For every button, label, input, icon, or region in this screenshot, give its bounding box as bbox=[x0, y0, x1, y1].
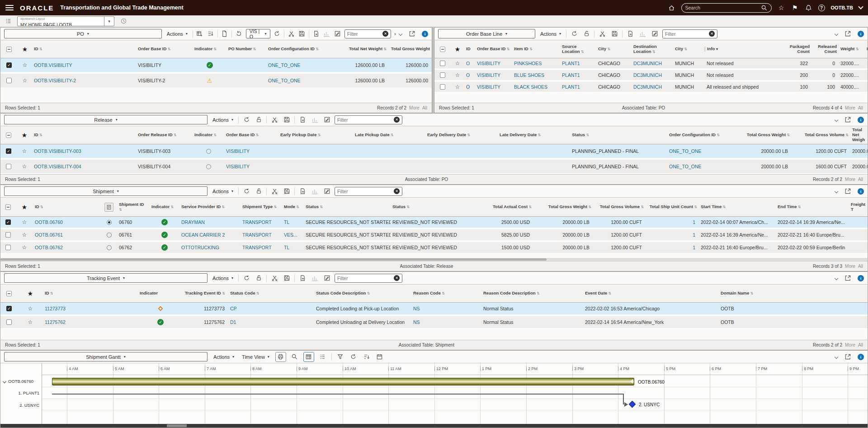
tracking-event-id-link[interactable]: 11273773 bbox=[43, 306, 138, 311]
shipment-type-link[interactable]: TRANSPORT bbox=[241, 232, 282, 238]
column-header[interactable]: Total Ship Unit Count bbox=[646, 204, 699, 209]
column-header[interactable]: Item ID bbox=[512, 47, 560, 52]
export-icon[interactable] bbox=[298, 187, 307, 196]
column-header[interactable]: ID bbox=[43, 291, 138, 296]
gantt-actions-menu[interactable]: Actions▾ bbox=[212, 354, 236, 360]
table-row[interactable]: ✓ ☆ OOTB.VISIBILITY VISIBILITY ✓ ONE_TO_… bbox=[0, 58, 432, 74]
favorite-star-icon[interactable]: ☆ bbox=[22, 148, 27, 154]
column-header[interactable]: ID bbox=[32, 47, 136, 52]
collapse-panel-icon[interactable] bbox=[835, 189, 838, 193]
table-row[interactable]: ☆ OOTB.06761 06761 ✓ OCEAN CARRIER 2 TRA… bbox=[0, 229, 868, 242]
username[interactable]: OOTB.TB bbox=[831, 5, 854, 10]
edit-icon[interactable] bbox=[322, 115, 331, 124]
select-all-checkbox[interactable] bbox=[6, 47, 12, 52]
gantt-select-radio[interactable] bbox=[107, 220, 112, 225]
row-checkbox[interactable] bbox=[5, 245, 11, 250]
destination-location-link[interactable]: DC3MUNICH bbox=[632, 84, 673, 90]
table-row[interactable]: ☆ O VISIBILITY BLACK SHOES PLANT1 CHICAG… bbox=[434, 82, 868, 94]
row-checkbox[interactable] bbox=[440, 84, 445, 90]
edit-icon[interactable] bbox=[334, 29, 341, 38]
gantt-shipment-label[interactable]: OOTB.06760 bbox=[3, 379, 33, 384]
save-icon[interactable] bbox=[282, 187, 291, 196]
po-filter-input[interactable] bbox=[347, 31, 381, 37]
cell-ship-unit-count[interactable]: 1 bbox=[646, 219, 699, 225]
popout-icon[interactable] bbox=[843, 352, 852, 361]
tracking-filter-input[interactable] bbox=[337, 276, 392, 281]
workbench-layout-combo[interactable]: Workbench Layout MY HOME PAGE | OOTB ▾ bbox=[17, 16, 114, 26]
column-header[interactable]: Destination Location bbox=[632, 44, 673, 54]
refresh-icon[interactable] bbox=[242, 187, 251, 196]
collapse-panel-icon[interactable] bbox=[835, 118, 838, 121]
column-header[interactable]: Order Base ID bbox=[136, 47, 193, 52]
favorite-star-icon[interactable]: ☆ bbox=[22, 244, 27, 251]
table-row[interactable]: ☆ OOTB.VISIBILITY-2 VISIBILITY-2 ⚠ ONE_T… bbox=[0, 74, 432, 89]
release-id-link[interactable]: OOTB.VISIBILITY-004 bbox=[32, 164, 136, 169]
user-menu-chevron-icon[interactable] bbox=[858, 4, 863, 9]
column-header[interactable]: Status Code Description bbox=[314, 291, 411, 296]
column-header[interactable]: Order Release ID bbox=[136, 133, 193, 138]
source-location-link[interactable]: PLANT1 bbox=[560, 84, 596, 90]
column-header[interactable]: Early Delivery Date bbox=[425, 133, 498, 138]
po-id-link[interactable]: OOTB.VISIBILITY bbox=[32, 62, 136, 68]
more-link[interactable]: More bbox=[409, 105, 420, 110]
more-link[interactable]: More bbox=[845, 342, 855, 347]
column-header[interactable]: Total Gross Weight bbox=[731, 133, 792, 138]
service-provider-link[interactable]: OTTOTRUCKING bbox=[179, 245, 241, 250]
collapse-panel-icon[interactable] bbox=[835, 32, 838, 35]
release-filter-input[interactable] bbox=[337, 117, 392, 123]
item-link[interactable]: BLACK SHOES bbox=[512, 84, 560, 90]
po-actions-menu[interactable]: Actions▾ bbox=[165, 31, 189, 37]
mode-link[interactable]: VES... bbox=[282, 232, 304, 238]
table-row[interactable]: ☆ OOTB.VISIBILITY-004 VISIBILITY-004 VIS… bbox=[0, 160, 868, 174]
column-header[interactable]: Order Configuration ID bbox=[266, 47, 325, 52]
time-view-menu[interactable]: Time View▾ bbox=[240, 354, 271, 360]
reason-code-link[interactable]: NS bbox=[411, 306, 481, 311]
po-panel-selector[interactable]: PO▾ bbox=[4, 29, 162, 38]
row-checkbox[interactable] bbox=[6, 319, 12, 325]
refresh-icon[interactable] bbox=[570, 29, 579, 38]
lock-icon[interactable] bbox=[254, 274, 263, 283]
item-link[interactable]: PINKSHOES bbox=[512, 61, 560, 66]
favorite-star-icon[interactable]: ☆ bbox=[23, 62, 28, 68]
more-link[interactable]: More bbox=[845, 264, 855, 269]
column-header[interactable]: Freight T bbox=[849, 202, 868, 212]
mode-link[interactable]: TL bbox=[282, 219, 304, 225]
column-header[interactable]: Status bbox=[304, 204, 391, 209]
column-header[interactable]: Total Gross Volume bbox=[792, 133, 850, 138]
column-header[interactable]: Order Base ID bbox=[224, 133, 278, 138]
lock-icon[interactable] bbox=[254, 115, 263, 124]
source-location-link[interactable]: PLANT1 bbox=[560, 61, 596, 66]
popout-icon[interactable] bbox=[843, 187, 852, 196]
info-icon[interactable]: i bbox=[858, 31, 864, 37]
save-icon[interactable] bbox=[282, 274, 291, 283]
column-header[interactable]: Late Delivery Date bbox=[498, 133, 570, 138]
notifications-bell-icon[interactable] bbox=[805, 4, 812, 12]
column-header[interactable]: ID bbox=[32, 133, 136, 138]
cut-icon[interactable] bbox=[270, 115, 279, 124]
order-config-link[interactable]: ONE_TO_ONE bbox=[667, 148, 731, 154]
column-header[interactable]: Indicator bbox=[150, 204, 179, 209]
column-header[interactable]: Domain Name bbox=[719, 291, 868, 296]
release-filter[interactable]: ✕ bbox=[335, 115, 402, 124]
gantt-panel-selector[interactable]: Shipment Gantt▾ bbox=[4, 352, 208, 361]
more-link[interactable]: More bbox=[845, 105, 855, 110]
favorite-star-icon[interactable]: ☆ bbox=[22, 219, 27, 225]
cut-icon[interactable] bbox=[598, 29, 607, 38]
collapse-panel-icon[interactable] bbox=[835, 276, 838, 280]
column-header[interactable]: Reason Code Description bbox=[481, 291, 583, 296]
table-row[interactable]: ✓ ☆ OOTB.06760 06760 ✓ DRAYMAN TRANSPORT… bbox=[0, 217, 868, 229]
obl-filter-input[interactable] bbox=[665, 31, 707, 37]
column-header[interactable]: Total Net Weigh bbox=[850, 128, 868, 143]
po-filter[interactable]: ✕ bbox=[344, 29, 391, 38]
table-row[interactable]: ☆ O VISIBILITY PINKSHOES PLANT1 CHICAGO … bbox=[434, 58, 868, 70]
row-checkbox[interactable] bbox=[440, 72, 445, 78]
release-id-link[interactable]: OOTB.VISIBILITY-003 bbox=[32, 148, 136, 154]
obl-actions-menu[interactable]: Actions▾ bbox=[538, 31, 563, 37]
lock-icon[interactable] bbox=[582, 29, 591, 38]
export-icon[interactable] bbox=[298, 274, 307, 283]
favorite-star-icon[interactable]: ☆ bbox=[22, 232, 27, 238]
shipment-id-link[interactable]: OOTB.06762 bbox=[33, 245, 101, 250]
gantt-horizontal-scrollbar[interactable] bbox=[0, 424, 868, 428]
select-all-checkbox[interactable] bbox=[6, 291, 12, 296]
favorite-star-icon[interactable]: ☆ bbox=[23, 77, 28, 84]
